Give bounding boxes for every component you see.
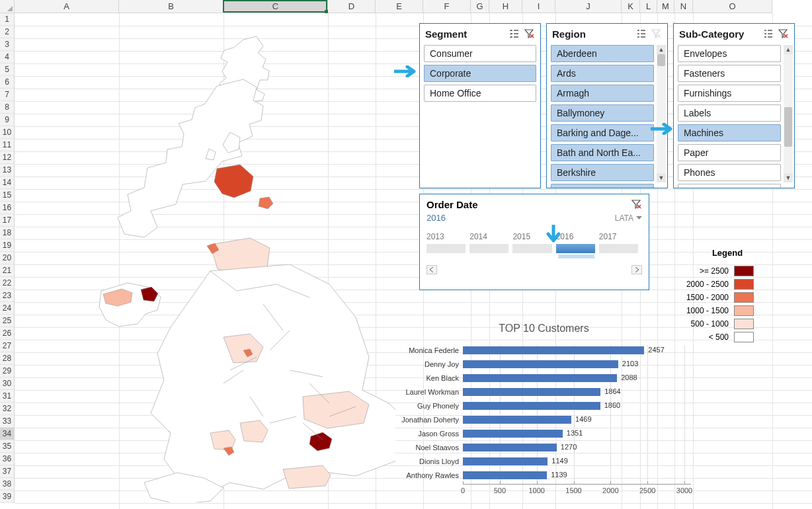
row-header-4[interactable]: 4: [0, 51, 14, 63]
row-headers[interactable]: 1234567891011121314151617181920212223242…: [0, 13, 15, 503]
clear-filter-icon[interactable]: [777, 28, 789, 40]
column-header-J[interactable]: J: [555, 0, 622, 13]
timeline-order-date[interactable]: Order Date 2016 LATA 2013201420152016201…: [419, 194, 649, 290]
row-header-30[interactable]: 30: [0, 377, 14, 390]
timeline-segment[interactable]: [426, 244, 466, 253]
clear-filter-icon[interactable]: [523, 28, 535, 40]
row-header-8[interactable]: 8: [0, 101, 14, 114]
slicer-item[interactable]: Barking and Dage...: [551, 124, 654, 141]
timeline-segment[interactable]: [469, 244, 508, 253]
row-header-18[interactable]: 18: [0, 227, 14, 239]
clear-filter-icon[interactable]: [630, 198, 642, 210]
column-header-I[interactable]: I: [522, 0, 555, 13]
slicer-item[interactable]: Berkshire: [551, 164, 654, 181]
column-header-F[interactable]: F: [423, 0, 471, 13]
multiselect-icon[interactable]: [508, 28, 520, 40]
slicer-item[interactable]: Envelopes: [678, 45, 781, 62]
row-header-3[interactable]: 3: [0, 38, 14, 51]
clear-filter-icon[interactable]: [650, 28, 662, 40]
slicer-item[interactable]: Paper: [678, 144, 781, 161]
scroll-up-icon[interactable]: ▲: [784, 45, 793, 54]
timeline-segment[interactable]: [556, 244, 595, 253]
row-header-32[interactable]: 32: [0, 403, 14, 415]
column-header-O[interactable]: O: [693, 0, 772, 13]
column-header-A[interactable]: A: [15, 0, 119, 13]
row-header-29[interactable]: 29: [0, 365, 14, 377]
column-headers[interactable]: ABCDEFGHIJKLMNO: [15, 0, 772, 13]
row-header-19[interactable]: 19: [0, 239, 14, 252]
row-header-34[interactable]: 34: [0, 428, 14, 440]
row-header-37[interactable]: 37: [0, 465, 14, 478]
row-header-1[interactable]: 1: [0, 13, 14, 26]
top-customers-chart[interactable]: TOP 10 Customers Monica Federle2457Denny…: [397, 323, 691, 497]
row-header-28[interactable]: 28: [0, 352, 14, 365]
timeline-track[interactable]: [426, 244, 642, 253]
column-header-L[interactable]: L: [640, 0, 657, 13]
row-header-6[interactable]: 6: [0, 76, 14, 89]
row-header-22[interactable]: 22: [0, 277, 14, 290]
row-header-26[interactable]: 26: [0, 327, 14, 340]
row-header-24[interactable]: 24: [0, 302, 14, 315]
row-header-5[interactable]: 5: [0, 63, 14, 76]
slicer-scrollbar[interactable]: ▲ ▼: [784, 45, 793, 182]
row-header-38[interactable]: 38: [0, 478, 14, 490]
row-header-15[interactable]: 15: [0, 189, 14, 202]
fill-handle[interactable]: [325, 10, 328, 13]
row-header-25[interactable]: 25: [0, 315, 14, 327]
row-header-21[interactable]: 21: [0, 264, 14, 277]
column-header-E[interactable]: E: [376, 0, 423, 13]
slicer-item[interactable]: Storage: [678, 184, 781, 188]
column-header-N[interactable]: N: [674, 0, 693, 13]
row-header-20[interactable]: 20: [0, 252, 14, 264]
column-header-H[interactable]: H: [489, 0, 522, 13]
timeline-unit[interactable]: LATA: [615, 214, 642, 223]
slicer-item[interactable]: Bexley: [551, 184, 654, 188]
column-header-G[interactable]: G: [471, 0, 489, 13]
slicer-item[interactable]: Fasteners: [678, 65, 781, 82]
timeline-segment[interactable]: [599, 244, 638, 253]
multiselect-icon[interactable]: [762, 28, 774, 40]
timeline-next-button[interactable]: [631, 265, 642, 274]
row-header-10[interactable]: 10: [0, 126, 14, 139]
slicer-item[interactable]: Ballymoney: [551, 104, 654, 122]
row-header-27[interactable]: 27: [0, 340, 14, 352]
slicer-region[interactable]: Region AberdeenArdsArmaghBallymoneyBarki…: [546, 23, 668, 188]
row-header-16[interactable]: 16: [0, 202, 14, 214]
slicer-item[interactable]: Consumer: [424, 45, 536, 62]
row-header-7[interactable]: 7: [0, 89, 14, 101]
scroll-up-icon[interactable]: ▲: [657, 45, 666, 54]
row-header-2[interactable]: 2: [0, 26, 14, 38]
row-header-13[interactable]: 13: [0, 164, 14, 176]
slicer-item[interactable]: Home Office: [424, 85, 536, 102]
uk-map[interactable]: [25, 26, 395, 502]
row-header-35[interactable]: 35: [0, 440, 14, 453]
slicer-item[interactable]: Machines: [678, 124, 781, 141]
row-header-11[interactable]: 11: [0, 139, 14, 151]
slicer-item[interactable]: Furnishings: [678, 85, 781, 102]
slicer-item[interactable]: Corporate: [424, 65, 536, 82]
scroll-down-icon[interactable]: ▼: [784, 173, 793, 182]
slicer-subcategory[interactable]: Sub-Category EnvelopesFastenersFurnishin…: [673, 23, 795, 188]
slicer-item[interactable]: Phones: [678, 164, 781, 181]
row-header-36[interactable]: 36: [0, 453, 14, 465]
row-header-31[interactable]: 31: [0, 390, 14, 403]
select-all-corner[interactable]: [0, 0, 15, 13]
scroll-down-icon[interactable]: ▼: [657, 173, 666, 182]
slicer-item[interactable]: Labels: [678, 104, 781, 122]
column-header-K[interactable]: K: [622, 0, 640, 13]
row-header-17[interactable]: 17: [0, 214, 14, 227]
slicer-item[interactable]: Ards: [551, 65, 654, 82]
slicer-item[interactable]: Aberdeen: [551, 45, 654, 62]
scroll-thumb[interactable]: [657, 54, 665, 66]
row-header-12[interactable]: 12: [0, 151, 14, 164]
row-header-14[interactable]: 14: [0, 176, 14, 189]
row-header-9[interactable]: 9: [0, 114, 14, 126]
row-header-33[interactable]: 33: [0, 415, 14, 428]
row-header-23[interactable]: 23: [0, 290, 14, 302]
slicer-item[interactable]: Bath and North Ea...: [551, 144, 654, 161]
scroll-thumb[interactable]: [784, 107, 792, 147]
slicer-scrollbar[interactable]: ▲ ▼: [657, 45, 666, 182]
timeline-prev-button[interactable]: [426, 265, 437, 274]
multiselect-icon[interactable]: [635, 28, 647, 40]
column-header-B[interactable]: B: [119, 0, 223, 13]
